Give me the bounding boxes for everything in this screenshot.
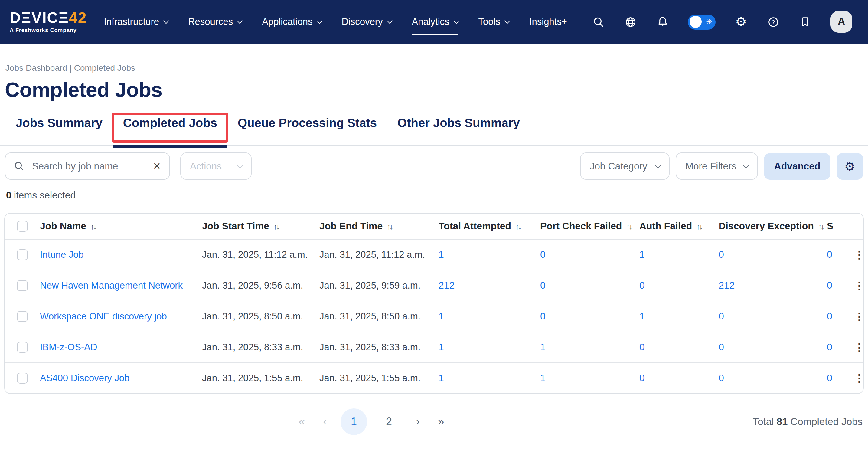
sort-arrows-icon[interactable]: ↑↓ (90, 223, 96, 231)
chevron-down-icon (163, 18, 169, 24)
row-checkbox[interactable] (17, 280, 28, 291)
total-attempted-link[interactable]: 1 (438, 373, 444, 383)
device42-logo[interactable]: DΞVICΞ42 A Freshworks Company (10, 10, 87, 33)
success-count-link[interactable]: 0 (827, 342, 832, 352)
port-check-failed-link[interactable]: 0 (540, 249, 546, 260)
auth-failed-link[interactable]: 0 (639, 373, 645, 383)
breadcrumb-parent[interactable]: Jobs Dashboard (5, 63, 67, 72)
kebab-menu-icon[interactable]: ⋮ (850, 340, 864, 355)
row-checkbox[interactable] (17, 311, 28, 322)
column-header[interactable]: Total Attempted↑↓ (438, 221, 540, 232)
column-header[interactable]: S (827, 221, 848, 232)
breadcrumb-current[interactable]: Completed Jobs (74, 63, 135, 72)
nav-menu-item[interactable]: Insights+ (529, 10, 567, 33)
prev-page-button[interactable]: ‹ (317, 408, 332, 435)
discovery-exception-link[interactable]: 0 (719, 342, 724, 352)
success-count-link[interactable]: 0 (827, 311, 832, 321)
auth-failed-link[interactable]: 1 (639, 249, 645, 260)
row-checkbox[interactable] (17, 249, 28, 260)
more-filters-dropdown[interactable]: More Filters (676, 152, 758, 180)
kebab-menu-icon[interactable]: ⋮ (850, 247, 864, 262)
sort-arrows-icon[interactable]: ↑↓ (818, 223, 823, 231)
actions-dropdown[interactable]: Actions (180, 152, 252, 180)
column-header[interactable]: Auth Failed↑↓ (639, 221, 719, 232)
sort-arrows-icon[interactable]: ↑↓ (273, 223, 279, 231)
page-number-button[interactable]: 2 (376, 408, 402, 435)
kebab-menu-icon[interactable]: ⋮ (850, 371, 864, 386)
sort-arrows-icon[interactable]: ↑↓ (696, 223, 701, 231)
row-checkbox[interactable] (17, 342, 28, 353)
search-box[interactable]: ✕ (5, 152, 170, 180)
auth-failed-link[interactable]: 0 (639, 280, 645, 291)
clear-search-icon[interactable]: ✕ (149, 160, 161, 172)
port-check-failed-link[interactable]: 1 (540, 373, 546, 383)
column-header[interactable]: Job Name↑↓ (40, 221, 202, 232)
advanced-button[interactable]: Advanced (764, 153, 831, 179)
total-attempted-link[interactable]: 1 (438, 311, 444, 321)
globe-icon[interactable] (624, 15, 637, 28)
nav-menu-item[interactable]: Infrastructure (104, 10, 168, 33)
nav-menu-item[interactable]: Discovery (341, 10, 392, 33)
nav-menu-item[interactable]: Applications (262, 10, 321, 33)
nav-menu-item[interactable]: Tools (478, 10, 509, 33)
job-name-link[interactable]: New Haven Management Network (40, 280, 183, 291)
help-icon[interactable]: ? (766, 15, 780, 28)
sort-arrows-icon[interactable]: ↑↓ (387, 223, 392, 231)
tab[interactable]: Jobs Summary (5, 111, 113, 146)
job-name-link[interactable]: IBM-z-OS-AD (40, 342, 97, 352)
success-count-link[interactable]: 0 (827, 280, 832, 291)
search-input[interactable] (31, 160, 149, 172)
discovery-exception-link[interactable]: 212 (719, 280, 735, 291)
kebab-menu-icon[interactable]: ⋮ (850, 278, 864, 293)
theme-toggle[interactable]: ☀ (688, 14, 716, 29)
row-checkbox[interactable] (17, 373, 28, 384)
total-attempted-link[interactable]: 212 (438, 280, 455, 291)
auth-failed-link[interactable]: 1 (639, 311, 645, 321)
discovery-exception-link[interactable]: 0 (719, 311, 724, 321)
discovery-exception-link[interactable]: 0 (719, 249, 724, 260)
row-checkbox-cell (5, 342, 40, 353)
job-category-dropdown[interactable]: Job Category (580, 152, 670, 180)
port-check-failed-link[interactable]: 0 (540, 311, 546, 321)
tab[interactable]: Other Jobs Summary (387, 111, 530, 146)
success-count-link[interactable]: 0 (827, 249, 832, 260)
column-header[interactable]: Job Start Time↑↓ (202, 221, 319, 232)
column-header[interactable]: Discovery Exception↑↓ (719, 221, 827, 232)
column-header[interactable]: Port Check Failed↑↓ (540, 221, 639, 232)
search-icon[interactable] (592, 15, 605, 28)
total-attempted-link[interactable]: 1 (438, 342, 444, 352)
total-attempted-link[interactable]: 1 (438, 249, 444, 260)
tab[interactable]: Queue Processing Stats (227, 111, 387, 146)
discovery-exception-link[interactable]: 0 (719, 373, 724, 383)
nav-menu-item[interactable]: Analytics (412, 10, 459, 33)
tab[interactable]: Completed Jobs (113, 111, 227, 146)
nav-menu-label: Insights+ (529, 16, 567, 27)
page-number-button[interactable]: 1 (341, 408, 367, 435)
success-count-link[interactable]: 0 (827, 373, 832, 383)
column-header[interactable]: Job End Time↑↓ (319, 221, 438, 232)
table-settings-button[interactable]: ⚙ (837, 153, 863, 179)
job-name-link[interactable]: Workspace ONE discovery job (40, 311, 167, 321)
sort-arrows-icon[interactable]: ↑↓ (626, 223, 631, 231)
bell-icon[interactable] (656, 15, 669, 28)
auth-failed-link[interactable]: 0 (639, 342, 645, 352)
port-check-failed-link[interactable]: 0 (540, 280, 546, 291)
sort-arrows-icon[interactable]: ↑↓ (515, 223, 521, 231)
column-header-label: Discovery Exception (719, 221, 814, 231)
column-header-label: S (827, 221, 833, 231)
next-page-button[interactable]: › (411, 408, 425, 435)
job-name-link[interactable]: Intune Job (40, 249, 84, 260)
first-page-button[interactable]: « (294, 408, 309, 435)
port-check-failed-link[interactable]: 1 (540, 342, 546, 352)
nav-menu-item[interactable]: Resources (188, 10, 242, 33)
select-all-checkbox[interactable] (17, 221, 28, 232)
logo-text: DΞVICΞ (10, 9, 69, 26)
bookmark-icon[interactable] (799, 15, 812, 28)
gear-icon[interactable]: ⚙ (734, 15, 748, 28)
nav-menu-label: Tools (478, 16, 500, 27)
row-checkbox-cell (5, 373, 40, 384)
user-avatar[interactable]: A (831, 11, 852, 33)
job-name-link[interactable]: AS400 Discovery Job (40, 373, 129, 383)
last-page-button[interactable]: » (434, 408, 448, 435)
kebab-menu-icon[interactable]: ⋮ (850, 309, 864, 324)
